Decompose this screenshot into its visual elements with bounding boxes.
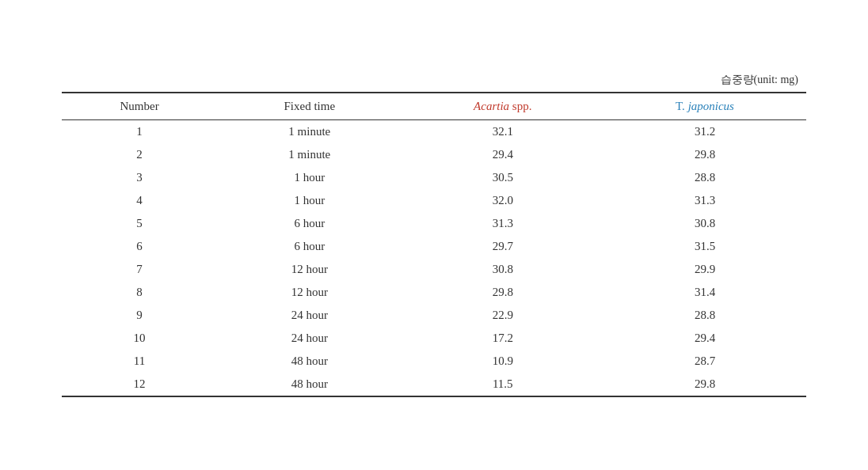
cell-japonicus: 29.4: [603, 327, 806, 350]
japonicus-italic: japonicus: [688, 100, 734, 112]
cell-fixed-time: 1 hour: [217, 166, 402, 189]
cell-number: 5: [62, 212, 217, 235]
cell-japonicus: 28.7: [603, 350, 806, 373]
t-prefix: T.: [676, 100, 688, 112]
cell-fixed-time: 48 hour: [217, 350, 402, 373]
table-row: 924 hour22.928.8: [62, 304, 806, 327]
cell-acartia: 32.0: [402, 189, 603, 212]
cell-number: 8: [62, 281, 217, 304]
cell-number: 1: [62, 120, 217, 144]
cell-japonicus: 31.3: [603, 189, 806, 212]
table-row: 66 hour29.731.5: [62, 235, 806, 258]
cell-acartia: 29.4: [402, 143, 603, 166]
table-row: 11 minute32.131.2: [62, 120, 806, 144]
table-row: 31 hour30.528.8: [62, 166, 806, 189]
cell-japonicus: 31.5: [603, 235, 806, 258]
cell-japonicus: 31.4: [603, 281, 806, 304]
cell-number: 11: [62, 350, 217, 373]
cell-number: 7: [62, 258, 217, 281]
cell-acartia: 30.8: [402, 258, 603, 281]
table-row: 56 hour31.330.8: [62, 212, 806, 235]
cell-fixed-time: 24 hour: [217, 304, 402, 327]
cell-number: 4: [62, 189, 217, 212]
cell-acartia: 32.1: [402, 120, 603, 144]
cell-fixed-time: 6 hour: [217, 212, 402, 235]
cell-fixed-time: 1 minute: [217, 143, 402, 166]
table-row: 1148 hour10.928.7: [62, 350, 806, 373]
table-row: 21 minute29.429.8: [62, 143, 806, 166]
table-row: 41 hour32.031.3: [62, 189, 806, 212]
cell-japonicus: 31.2: [603, 120, 806, 144]
main-container: 습중량(unit: mg) Number Fixed time Acartia …: [54, 57, 814, 413]
cell-japonicus: 28.8: [603, 304, 806, 327]
cell-number: 6: [62, 235, 217, 258]
data-table: Number Fixed time Acartia spp. T. japoni…: [62, 92, 806, 397]
cell-number: 3: [62, 166, 217, 189]
cell-number: 9: [62, 304, 217, 327]
unit-label: 습중량(unit: mg): [62, 73, 806, 87]
cell-fixed-time: 48 hour: [217, 373, 402, 396]
cell-number: 12: [62, 373, 217, 396]
cell-number: 2: [62, 143, 217, 166]
cell-fixed-time: 6 hour: [217, 235, 402, 258]
col-header-acartia: Acartia spp.: [402, 93, 603, 120]
cell-fixed-time: 12 hour: [217, 281, 402, 304]
header-row: Number Fixed time Acartia spp. T. japoni…: [62, 93, 806, 120]
cell-acartia: 11.5: [402, 373, 603, 396]
table-row: 812 hour29.831.4: [62, 281, 806, 304]
acartia-suffix: spp.: [509, 100, 531, 112]
col-header-japonicus: T. japonicus: [603, 93, 806, 120]
cell-japonicus: 30.8: [603, 212, 806, 235]
acartia-italic: Acartia: [474, 100, 509, 112]
cell-japonicus: 29.9: [603, 258, 806, 281]
cell-fixed-time: 1 minute: [217, 120, 402, 144]
cell-japonicus: 28.8: [603, 166, 806, 189]
cell-acartia: 29.8: [402, 281, 603, 304]
table-row: 1248 hour11.529.8: [62, 373, 806, 396]
col-header-fixed-time: Fixed time: [217, 93, 402, 120]
cell-fixed-time: 1 hour: [217, 189, 402, 212]
table-body: 11 minute32.131.221 minute29.429.831 hou…: [62, 120, 806, 397]
cell-number: 10: [62, 327, 217, 350]
table-row: 1024 hour17.229.4: [62, 327, 806, 350]
cell-acartia: 22.9: [402, 304, 603, 327]
cell-acartia: 31.3: [402, 212, 603, 235]
cell-acartia: 10.9: [402, 350, 603, 373]
table-row: 712 hour30.829.9: [62, 258, 806, 281]
cell-acartia: 30.5: [402, 166, 603, 189]
cell-japonicus: 29.8: [603, 373, 806, 396]
cell-fixed-time: 12 hour: [217, 258, 402, 281]
col-header-number: Number: [62, 93, 217, 120]
cell-acartia: 17.2: [402, 327, 603, 350]
cell-acartia: 29.7: [402, 235, 603, 258]
cell-fixed-time: 24 hour: [217, 327, 402, 350]
cell-japonicus: 29.8: [603, 143, 806, 166]
